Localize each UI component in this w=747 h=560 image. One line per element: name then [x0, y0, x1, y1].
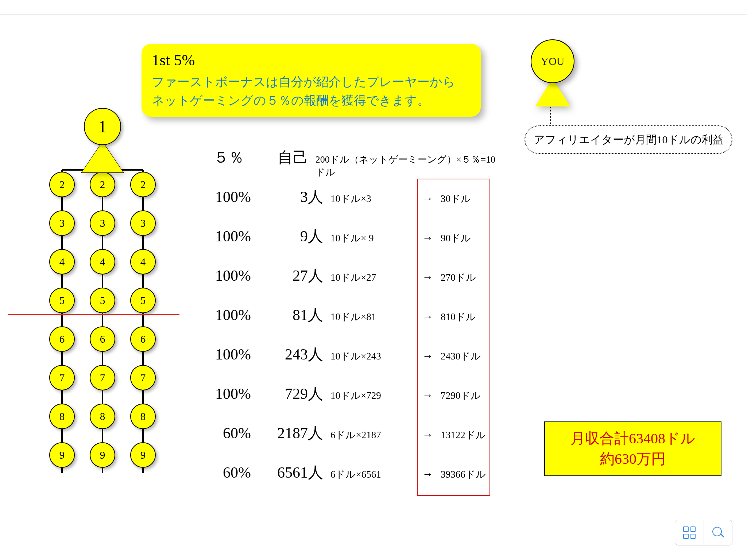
results-red-box: [417, 179, 490, 496]
row-calc: 6ドル×2187: [330, 428, 417, 442]
tree-node: 6: [90, 326, 115, 352]
thumbnails-button[interactable]: [675, 520, 704, 545]
bonus-line-1: ファーストボーナスは自分が紹介したプレーヤーから: [152, 73, 471, 91]
bonus-title: 1st 5%: [152, 51, 471, 69]
tree-node: 3: [90, 210, 115, 236]
row-percent: 60%: [197, 424, 262, 442]
row-calc: 10ドル×243: [330, 350, 417, 363]
tree-node: 7: [49, 365, 75, 390]
tree-node: 8: [49, 404, 75, 429]
tree-node: 5: [49, 288, 75, 313]
search-icon: [712, 526, 725, 539]
tree-node: 4: [49, 249, 75, 275]
row-percent: ５％: [197, 147, 255, 168]
viewer-toolbar: [675, 520, 732, 545]
tree-node: 4: [130, 249, 156, 275]
row-calc: 10ドル×729: [330, 389, 417, 402]
monthly-total-line1: 月収合計63408ドル: [570, 428, 695, 449]
row-percent: 100%: [197, 267, 262, 284]
tree-node: 7: [130, 365, 156, 390]
tree-node: 6: [130, 326, 156, 352]
monthly-total-box: 月収合計63408ドル 約630万円: [544, 421, 721, 476]
row-people: 6561人: [262, 462, 330, 483]
row-people: 2187人: [262, 423, 330, 443]
tree-node: 3: [130, 210, 156, 236]
tree-node: 8: [130, 404, 156, 429]
tree-node-top: 1: [84, 108, 121, 145]
row-people: 9人: [262, 226, 330, 246]
top-divider: [0, 14, 747, 15]
row-percent: 100%: [197, 346, 262, 363]
row-people: 729人: [262, 384, 330, 404]
row-people: 243人: [262, 344, 330, 365]
tree-node: 2: [90, 172, 115, 197]
tree-node: 9: [130, 442, 156, 468]
tree-node: 5: [130, 288, 156, 313]
grid-icon: [683, 526, 696, 539]
affiliate-callout: アフィリエイターが月間10ドルの利益: [525, 125, 732, 154]
you-circle-icon: YOU: [531, 39, 574, 83]
row-percent: 100%: [197, 385, 262, 402]
row-percent: 60%: [197, 464, 262, 481]
row-percent: 100%: [197, 306, 262, 324]
tree-node: 5: [90, 288, 115, 313]
row-calc: 10ドル× 9: [330, 232, 417, 245]
row-percent: 100%: [197, 188, 262, 206]
you-figure: YOU: [528, 39, 577, 107]
tree-node: 2: [130, 172, 156, 197]
monthly-total-line2: 約630万円: [600, 449, 666, 469]
tree-node: 3: [49, 210, 75, 236]
tree-node: 2: [49, 172, 75, 197]
affiliate-callout-text: アフィリエイターが月間10ドルの利益: [534, 132, 724, 147]
bonus-line-2: ネットゲーミングの５％の報酬を獲得できます。: [152, 91, 471, 110]
tree-node: 4: [90, 249, 115, 275]
row-people: 3人: [262, 187, 330, 207]
row-calc: 10ドル×3: [330, 192, 417, 205]
row-calc: 10ドル×27: [330, 271, 417, 284]
tree-node: 6: [49, 326, 75, 352]
top-triangle-icon: [82, 142, 123, 172]
referral-tree: 1 222333444555666777888999: [39, 108, 166, 486]
row-people: 自己: [255, 147, 316, 168]
red-cutoff-line: [8, 314, 179, 315]
row-people: 81人: [262, 305, 330, 325]
row-calc: 6ドル×6561: [330, 468, 417, 481]
row-percent: 100%: [197, 228, 262, 245]
row-calc: 10ドル×81: [330, 310, 417, 323]
row-people: 27人: [262, 265, 330, 286]
dashed-connector: [550, 107, 551, 125]
tree-node: 7: [90, 365, 115, 390]
tree-node: 9: [90, 442, 115, 468]
search-button[interactable]: [704, 520, 732, 545]
tree-node: 8: [90, 404, 115, 429]
bonus-info-box: 1st 5% ファーストボーナスは自分が紹介したプレーヤーから ネットゲーミング…: [142, 44, 481, 117]
tree-node: 9: [49, 442, 75, 468]
row-calc: 200ドル（ネットゲーミーング）×５％=10ドル: [316, 153, 503, 179]
